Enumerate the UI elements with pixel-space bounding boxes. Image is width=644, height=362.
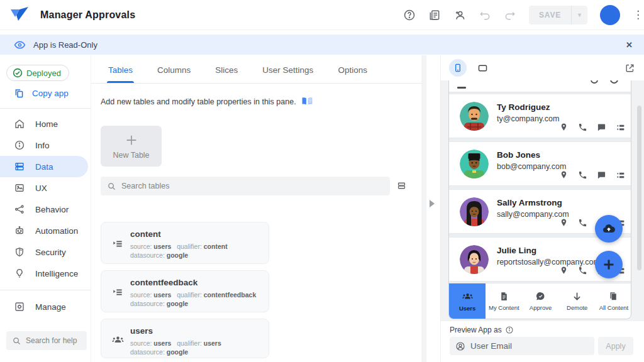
nav-tab-my-content[interactable]: My Content bbox=[486, 283, 522, 319]
readonly-banner: App is Read-Only ✕ bbox=[0, 35, 644, 55]
call-icon[interactable] bbox=[578, 218, 587, 228]
add-fab-button[interactable] bbox=[595, 251, 623, 278]
pin-icon[interactable] bbox=[559, 123, 569, 133]
image-icon bbox=[14, 182, 25, 194]
chat-check-icon bbox=[535, 291, 546, 302]
sidebar-item-home[interactable]: Home bbox=[0, 113, 91, 134]
undo-icon[interactable] bbox=[479, 9, 491, 21]
search-icon[interactable] bbox=[591, 80, 598, 84]
hamburger-icon[interactable] bbox=[457, 87, 466, 89]
kebab-menu-icon[interactable]: ⋮ bbox=[633, 13, 638, 17]
deployed-status-badge[interactable]: Deployed bbox=[6, 65, 69, 81]
nav-tab-demote[interactable]: Demote bbox=[559, 283, 596, 319]
shield-icon bbox=[14, 246, 25, 258]
sync-fab-button[interactable] bbox=[595, 215, 623, 243]
sidebar-item-security[interactable]: Security bbox=[0, 241, 91, 263]
table-card-contentfeedback[interactable]: contentfeedback source: users qualifier:… bbox=[101, 270, 269, 312]
pages-icon bbox=[608, 291, 619, 302]
manage-gear-icon bbox=[14, 301, 25, 312]
document-icon bbox=[499, 291, 509, 302]
book-icon[interactable] bbox=[301, 97, 313, 106]
help-search-input[interactable] bbox=[26, 336, 82, 345]
table-icon bbox=[14, 161, 25, 172]
arrow-down-icon bbox=[572, 291, 582, 302]
table-meta: source: users qualifier: content datasou… bbox=[130, 242, 261, 260]
user-name: Julie Ling bbox=[497, 246, 536, 255]
main-scrollbar[interactable] bbox=[421, 55, 426, 362]
table-card-content[interactable]: content source: users qualifier: content… bbox=[101, 222, 269, 264]
user-list-item[interactable]: Ty Rodriguez ty@company.com bbox=[449, 94, 631, 138]
table-meta: source: users qualifier: contentfeedback… bbox=[130, 290, 261, 308]
table-search-field[interactable] bbox=[101, 177, 390, 195]
tablet-preview-toggle[interactable] bbox=[474, 59, 491, 77]
nav-tab-users[interactable]: Users bbox=[449, 283, 486, 319]
phone-bottom-nav: Users My Content Approve Demote bbox=[449, 283, 631, 319]
readonly-banner-text: App is Read-Only bbox=[33, 40, 97, 50]
person-circle-icon bbox=[455, 341, 465, 351]
user-name: Bob Jones bbox=[497, 150, 540, 160]
sidebar-item-data[interactable]: Data bbox=[0, 156, 88, 177]
data-pane: Tables Columns Slices User Settings Opti… bbox=[91, 55, 421, 362]
detail-icon[interactable] bbox=[616, 123, 626, 133]
workflow-icon bbox=[14, 204, 25, 215]
sidebar-item-behavior[interactable]: Behavior bbox=[0, 199, 91, 220]
apply-button[interactable]: Apply bbox=[598, 337, 633, 355]
save-dropdown-caret[interactable]: ▼ bbox=[571, 6, 587, 25]
user-email-input[interactable] bbox=[470, 341, 584, 351]
sidebar-item-automation[interactable]: Automation bbox=[0, 220, 91, 241]
tab-columns[interactable]: Columns bbox=[156, 65, 192, 83]
help-icon[interactable] bbox=[403, 9, 416, 21]
avatar bbox=[460, 197, 489, 226]
tab-user-settings[interactable]: User Settings bbox=[261, 65, 314, 83]
sidebar-item-manage[interactable]: Manage bbox=[0, 296, 91, 317]
top-header: Manager Approvals bbox=[0, 0, 644, 30]
table-card-users[interactable]: users source: users qualifier: users dat… bbox=[101, 319, 269, 358]
user-email-field[interactable] bbox=[450, 337, 594, 355]
plus-icon bbox=[125, 133, 138, 147]
user-list-item[interactable]: Bob Jones bob@company.com bbox=[449, 141, 631, 186]
chat-icon[interactable] bbox=[597, 170, 606, 180]
new-table-button[interactable]: New Table bbox=[101, 126, 162, 167]
search-icon bbox=[12, 336, 21, 346]
cloud-sync-icon bbox=[601, 221, 616, 236]
close-icon[interactable]: ✕ bbox=[626, 40, 633, 50]
feedback-icon[interactable] bbox=[428, 9, 441, 21]
lightbulb-icon bbox=[14, 268, 25, 279]
data-tabs: Tables Columns Slices User Settings Opti… bbox=[91, 55, 421, 84]
tab-tables[interactable]: Tables bbox=[107, 65, 134, 83]
user-email: sally@company.com bbox=[497, 210, 569, 219]
call-icon[interactable] bbox=[578, 266, 587, 276]
redo-icon[interactable] bbox=[504, 9, 516, 21]
pin-icon[interactable] bbox=[559, 170, 569, 180]
sync-icon[interactable] bbox=[610, 80, 618, 84]
table-name: content bbox=[130, 229, 161, 239]
copy-app-button[interactable]: Copy app bbox=[14, 88, 69, 99]
sidebar-item-ux[interactable]: UX bbox=[0, 177, 91, 199]
call-icon[interactable] bbox=[578, 123, 587, 133]
tab-slices[interactable]: Slices bbox=[214, 65, 239, 83]
pin-icon[interactable] bbox=[559, 266, 569, 276]
phone-app-header bbox=[449, 80, 631, 92]
pin-icon[interactable] bbox=[559, 218, 569, 228]
tab-options[interactable]: Options bbox=[336, 65, 369, 83]
help-search-field[interactable] bbox=[6, 331, 87, 350]
table-search-input[interactable] bbox=[121, 182, 360, 190]
table-rows-view-icon[interactable] bbox=[396, 180, 407, 191]
detail-icon[interactable] bbox=[616, 170, 626, 180]
sidebar-item-info[interactable]: Info bbox=[0, 134, 91, 156]
preview-scrollbar[interactable] bbox=[637, 106, 641, 270]
sidebar-item-intelligence[interactable]: Intelligence bbox=[0, 263, 91, 284]
nav-tab-approve[interactable]: Approve bbox=[522, 283, 558, 319]
chat-icon[interactable] bbox=[597, 123, 606, 133]
add-user-icon[interactable] bbox=[453, 9, 466, 21]
nav-tab-all-content[interactable]: All Content bbox=[596, 283, 631, 319]
account-avatar[interactable] bbox=[600, 5, 620, 25]
phone-preview-toggle[interactable] bbox=[449, 59, 467, 77]
user-email: bob@company.com bbox=[497, 162, 566, 171]
call-icon[interactable] bbox=[578, 170, 587, 180]
search-icon bbox=[107, 182, 116, 191]
panel-collapse-handle[interactable] bbox=[430, 200, 435, 207]
avatar bbox=[460, 245, 489, 274]
open-in-new-icon[interactable] bbox=[625, 63, 635, 74]
save-button[interactable]: SAVE bbox=[529, 6, 571, 25]
